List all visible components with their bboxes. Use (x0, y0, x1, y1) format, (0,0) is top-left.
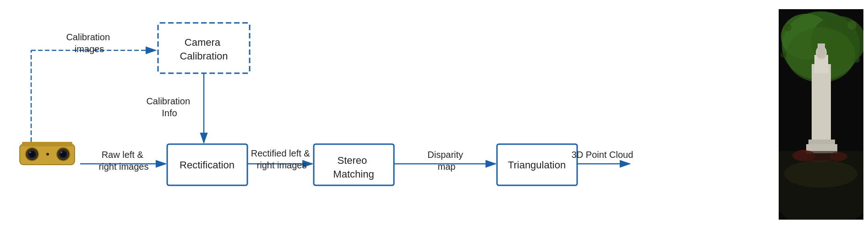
svg-text:Rectified left &
      right i: Rectified left & right images (251, 148, 313, 170)
pipeline-svg: Camera Calibration Rectification Stereo … (0, 0, 868, 232)
camera-calibration-box (158, 23, 250, 73)
svg-text:Calibration
      Info: Calibration Info (146, 96, 192, 118)
svg-text:Raw left &
      right images: Raw left & right images (99, 150, 149, 172)
svg-text:Disparity
      map: Disparity map (427, 150, 465, 172)
svg-text:3D Point Cloud: 3D Point Cloud (572, 150, 633, 160)
svg-text:Triangulation: Triangulation (508, 159, 566, 171)
diagram-container: Camera Calibration Rectification Stereo … (0, 0, 868, 232)
svg-text:Rectification: Rectification (180, 159, 235, 171)
